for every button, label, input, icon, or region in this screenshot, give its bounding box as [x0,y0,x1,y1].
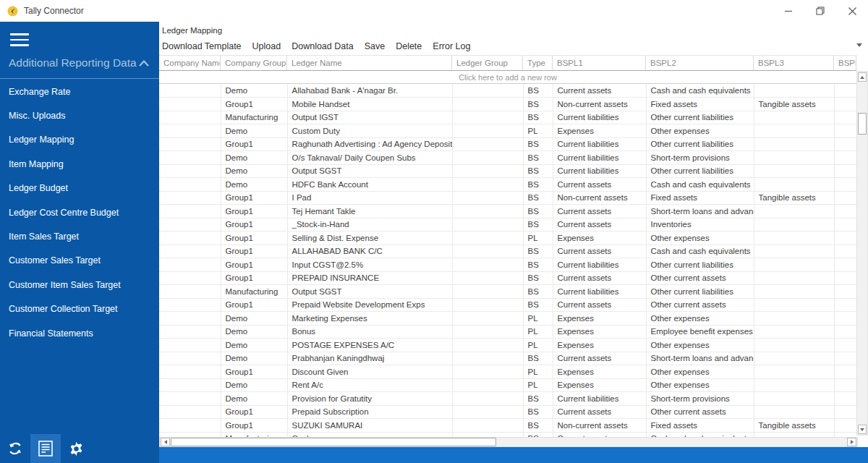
grid-cell[interactable] [159,205,221,218]
grid-cell[interactable]: BS [523,191,553,205]
grid-cell[interactable]: Prabhanjan Kaningdhwaj [287,352,452,365]
grid-cell[interactable]: Other current liabilities [646,258,754,272]
grid-cell[interactable]: Demo [221,164,287,178]
column-header-bspl2[interactable]: BSPL2 [646,56,754,70]
grid-cell[interactable]: Group1 [221,405,287,419]
grid-cell[interactable]: Demo [221,352,287,365]
grid-cell[interactable] [834,137,856,151]
grid-cell[interactable] [452,419,523,433]
grid-cell[interactable]: Current liabilities [553,392,646,406]
grid-cell[interactable]: Current assets [553,84,646,98]
grid-cell[interactable]: HDFC Bank Account [287,178,452,192]
grid-cell[interactable] [159,378,221,392]
sidebar-item-item-sales-target[interactable]: Item Sales Target [0,224,159,248]
grid-cell[interactable]: Other current liabilities [646,285,754,299]
grid-cell[interactable]: Other expenses [646,312,754,326]
grid-cell[interactable]: Prepaid Subscription [287,405,452,419]
grid-cell[interactable]: Mobile Handset [287,98,452,111]
grid-cell[interactable] [452,271,523,285]
grid-cell[interactable]: Expenses [553,378,646,392]
grid-cell[interactable]: POSTAGE EXPENSES A/C [287,339,452,352]
grid-cell[interactable]: BS [523,392,553,406]
grid-cell[interactable] [159,258,221,272]
grid-cell[interactable] [452,325,523,339]
grid-cell[interactable] [754,245,834,258]
grid-cell[interactable]: BS [523,205,553,218]
grid-cell[interactable] [159,124,221,138]
grid-cell[interactable]: Group1 [221,98,287,111]
grid-cell[interactable]: SUZUKI SAMURAI [287,419,452,433]
download-data-button[interactable]: Download Data [292,41,353,51]
grid-cell[interactable] [754,124,834,138]
grid-cell[interactable]: Demo [221,325,287,339]
grid-cell[interactable]: Group1 [221,419,287,433]
grid-cell[interactable]: Cash and cash equivalents [646,178,754,192]
grid-cell[interactable]: BS [523,419,553,433]
grid-cell[interactable]: BS [523,84,553,98]
grid-cell[interactable]: Other current liabilities [646,137,754,151]
grid-cell[interactable] [834,392,856,406]
grid-cell[interactable]: Short-term provisions [646,392,754,406]
grid-cell[interactable]: Group1 [221,245,287,258]
grid-cell[interactable]: Other current liabilities [646,164,754,178]
scroll-left-icon[interactable] [161,438,170,446]
grid-cell[interactable]: Short-term provisions [646,151,754,165]
grid-cell[interactable] [834,325,856,339]
column-header-ledger-group[interactable]: Ledger Group [452,56,523,70]
sidebar-item-item-mapping[interactable]: Item Mapping [0,152,159,176]
grid-cell[interactable]: Tangible assets [754,419,834,433]
grid-cell[interactable] [754,258,834,272]
grid-cell[interactable]: Selling & Dist. Expense [287,232,452,245]
grid-cell[interactable]: BS [523,98,553,111]
grid-cell[interactable] [754,312,834,326]
grid-cell[interactable] [452,245,523,258]
sidebar-section-header[interactable]: Additional Reporting Data [0,54,159,72]
grid-cell[interactable]: Current assets [553,405,646,419]
grid-cell[interactable]: Output SGST [287,285,452,299]
grid-cell[interactable]: Output SGST [287,164,452,178]
grid-cell[interactable] [754,271,834,285]
grid-cell[interactable] [754,392,834,406]
grid-cell[interactable] [754,325,834,339]
sidebar-item-financial-statements[interactable]: Financial Statements [0,321,159,345]
grid-cell[interactable]: Group1 [221,271,287,285]
grid-cell[interactable]: Expenses [553,312,646,326]
column-header-bspl3[interactable]: BSPL3 [754,56,834,70]
grid-cell[interactable]: Manufacturing [221,285,287,299]
grid-cell[interactable] [834,205,856,218]
grid-cell[interactable]: Discount Given [287,365,452,379]
grid-cell[interactable]: PL [523,325,553,339]
grid-cell[interactable]: PL [523,365,553,379]
column-header-type[interactable]: Type [523,56,553,70]
grid-cell[interactable]: Current liabilities [553,164,646,178]
grid-cell[interactable]: Current assets [553,218,646,232]
sidebar-item-misc-uploads[interactable]: Misc. Uploads [0,103,159,127]
grid-cell[interactable]: Current assets [553,271,646,285]
sidebar-item-customer-item-sales-target[interactable]: Customer Item Sales Target [0,273,159,297]
grid-cell[interactable] [159,365,221,379]
grid-cell[interactable] [754,378,834,392]
grid-cell[interactable] [159,84,221,98]
grid-cell[interactable]: Non-current assets [553,98,646,111]
grid-cell[interactable] [834,365,856,379]
grid-cell[interactable]: BS [523,164,553,178]
error-log-button[interactable]: Error Log [433,41,470,51]
grid-cell[interactable] [452,352,523,365]
grid-cell[interactable] [452,312,523,326]
grid-cell[interactable] [159,392,221,406]
scroll-right-icon[interactable] [847,438,856,446]
grid-cell[interactable] [834,164,856,178]
grid-cell[interactable] [834,271,856,285]
grid-cell[interactable]: Group1 [221,232,287,245]
grid-cell[interactable] [159,271,221,285]
grid-cell[interactable]: Group1 [221,137,287,151]
grid-cell[interactable] [754,151,834,165]
sidebar-item-exchange-rate[interactable]: Exchange Rate [0,80,159,103]
grid-cell[interactable] [754,218,834,232]
grid-cell[interactable]: BS [523,352,553,365]
grid-cell[interactable]: Rent A/c [287,378,452,392]
column-header-bspl1[interactable]: BSPL1 [553,56,646,70]
grid-cell[interactable] [159,245,221,258]
grid-cell[interactable] [452,218,523,232]
grid-cell[interactable]: Manufacturing [221,111,287,124]
